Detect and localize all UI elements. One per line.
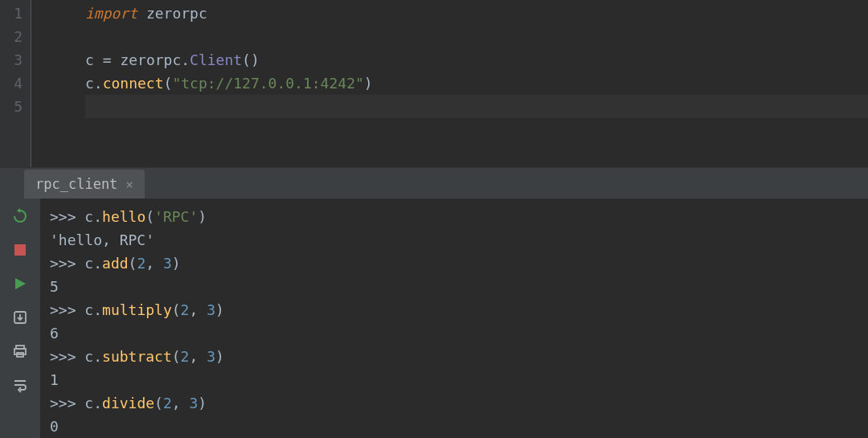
code-line-1[interactable]: import zerorpc	[85, 2, 868, 25]
rerun-icon[interactable]	[10, 207, 30, 226]
console-tab[interactable]: rpc_client ×	[24, 170, 145, 199]
module-name: zerorpc	[146, 5, 207, 22]
code-line-5[interactable]	[85, 95, 868, 118]
console-body: >>> c.hello('RPC') 'hello, RPC' >>> c.ad…	[0, 199, 868, 438]
gutter-separator	[31, 0, 79, 167]
line-number: 3	[0, 48, 23, 72]
print-icon[interactable]	[10, 342, 30, 361]
line-number: 2	[0, 25, 23, 48]
console-output-line: 5	[50, 275, 868, 298]
line-number: 5	[0, 95, 23, 118]
console-output-line: 0	[50, 415, 868, 438]
console-input-line: >>> c.multiply(2, 3)	[50, 298, 868, 321]
class-name: Client	[190, 51, 242, 68]
code-line-3[interactable]: c = zerorpc.Client()	[85, 48, 868, 72]
line-number: 4	[0, 72, 23, 95]
console-toolbar	[0, 199, 40, 438]
wrap-icon[interactable]	[10, 375, 30, 395]
console-output-line: 1	[50, 368, 868, 391]
console-input-line: >>> c.divide(2, 3)	[50, 391, 868, 415]
download-icon[interactable]	[10, 308, 30, 327]
console-output[interactable]: >>> c.hello('RPC') 'hello, RPC' >>> c.ad…	[40, 199, 868, 438]
play-icon[interactable]	[10, 274, 30, 293]
method-name: connect	[103, 75, 164, 92]
line-number-gutter: 1 2 3 4 5	[0, 0, 31, 167]
line-number: 1	[0, 2, 23, 25]
keyword-import: import	[85, 5, 137, 22]
code-editor[interactable]: import zerorpc c = zerorpc.Client() c.co…	[79, 0, 868, 167]
string-literal: "tcp://127.0.0.1:4242"	[172, 75, 363, 92]
code-line-4[interactable]: c.connect("tcp://127.0.0.1:4242")	[85, 72, 868, 95]
console-input-line: >>> c.subtract(2, 3)	[50, 345, 868, 368]
close-icon[interactable]: ×	[125, 177, 133, 192]
tab-label: rpc_client	[35, 176, 117, 192]
editor-pane: 1 2 3 4 5 import zerorpc c = zerorpc.Cli…	[0, 0, 868, 167]
console-input-line: >>> c.hello('RPC')	[50, 205, 868, 228]
stop-icon[interactable]	[10, 240, 30, 260]
console-pane: rpc_client × >>> c.hello('RPC') 'h	[0, 167, 868, 438]
console-output-line: 'hello, RPC'	[50, 228, 868, 252]
console-output-line: 6	[50, 321, 868, 345]
console-input-line: >>> c.add(2, 3)	[50, 252, 868, 275]
console-tab-bar: rpc_client ×	[0, 168, 868, 199]
code-line-2[interactable]	[85, 25, 868, 48]
